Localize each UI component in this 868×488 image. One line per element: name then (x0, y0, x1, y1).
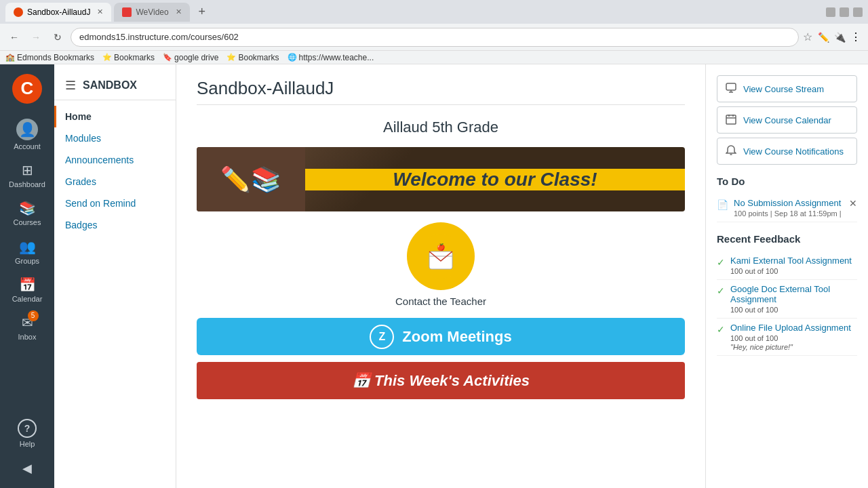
left-sidebar: C 👤 Account ⊞ Dashboard 📚 Courses 👥 Grou… (0, 64, 54, 488)
online-file-feedback-title[interactable]: Online File Upload Assignment (730, 323, 857, 333)
todo-item-points: 100 points | Sep 18 at 11:59pm | (734, 209, 844, 218)
sidebar-item-dashboard[interactable]: ⊞ Dashboard (0, 157, 54, 195)
sidebar-item-account[interactable]: 👤 Account (0, 113, 54, 157)
bookmark-gdrive[interactable]: 🔖 google drive (163, 53, 218, 62)
google-doc-feedback-content: Google Doc External Tool Assignment 100 … (730, 284, 857, 314)
feedback-section: Recent Feedback ✓ Kami External Tool Ass… (717, 233, 857, 356)
app-layout: C 👤 Account ⊞ Dashboard 📚 Courses 👥 Grou… (0, 64, 868, 488)
bookmark-bookmarks1-label: Bookmarks (114, 53, 155, 62)
feedback-heading: Recent Feedback (717, 233, 857, 245)
banner-text: Welcome to our Class! (393, 169, 597, 190)
browser-toolbar: ← → ↻ edmonds15.instructure.com/courses/… (0, 24, 868, 51)
reload-button[interactable]: ↻ (49, 28, 66, 46)
zoom-label: Zoom Meetings (402, 328, 511, 346)
view-course-stream-button[interactable]: View Course Stream (717, 75, 857, 102)
account-avatar: 👤 (16, 119, 38, 140)
tab-favicon-wevideo (122, 7, 132, 17)
sandbox-title: SANDBOX (83, 79, 137, 92)
main-content: ☰ SANDBOX Home Modules Announcements Gra… (54, 64, 868, 488)
tab-wevideo[interactable]: WeVideo ✕ (114, 3, 189, 22)
feedback-item-online-file: ✓ Online File Upload Assignment 100 out … (717, 319, 857, 356)
forward-button[interactable]: → (27, 28, 45, 46)
zoom-banner[interactable]: Z Zoom Meetings (197, 318, 685, 355)
course-title: Sandbox-AillaudJ (197, 78, 685, 99)
tab-sandbox[interactable]: Sandbox-AillaudJ ✕ (5, 3, 111, 22)
teacher-icon: 🌐 (288, 53, 297, 62)
close-button[interactable] (853, 7, 863, 17)
todo-item-icon: 📄 (717, 199, 728, 210)
sidebar-item-groups[interactable]: 👥 Groups (0, 233, 54, 271)
bookmark-bookmarks1[interactable]: ⭐ Bookmarks (102, 53, 155, 62)
bookmark-bookmarks2[interactable]: ⭐ Bookmarks (226, 53, 279, 62)
tab-close-sandbox[interactable]: ✕ (97, 7, 103, 16)
course-subtitle: Aillaud 5th Grade (197, 119, 685, 136)
maximize-button[interactable] (840, 7, 849, 17)
online-file-feedback-comment: "Hey, nice picture!" (730, 343, 857, 351)
nav-item-modules[interactable]: Modules (54, 127, 176, 149)
todo-section: To Do 📄 No Submission Assignment 100 poi… (717, 176, 857, 222)
view-course-calendar-button[interactable]: View Course Calendar (717, 106, 857, 134)
bookmark-teacher[interactable]: 🌐 https://www.teache... (288, 53, 374, 62)
calendar-icon: 📅 (19, 277, 36, 293)
account-label: Account (14, 142, 41, 151)
help-icon: ? (18, 419, 37, 438)
contact-icon-wrap: 🍎 (407, 222, 475, 290)
google-doc-feedback-title[interactable]: Google Doc External Tool Assignment (730, 284, 857, 304)
minimize-button[interactable] (826, 7, 835, 17)
nav-item-home[interactable]: Home (54, 106, 176, 127)
kami-feedback-score: 100 out of 100 (730, 267, 857, 275)
todo-item-no-submission: 📄 No Submission Assignment 100 points | … (717, 194, 857, 222)
sidebar-collapse-button[interactable]: ◀ (0, 454, 54, 483)
zoom-logo-icon: Z (370, 325, 394, 349)
todo-item-title[interactable]: No Submission Assignment (734, 198, 844, 208)
extension-icons: ✏️ 🔌 ⋮ (816, 30, 863, 44)
contact-label: Contact the Teacher (395, 296, 486, 307)
ext-icon-2[interactable]: 🔌 (833, 30, 846, 44)
sidebar-item-help[interactable]: ? Help (0, 413, 54, 454)
kami-feedback-title[interactable]: Kami External Tool Assignment (730, 256, 857, 266)
online-file-feedback-content: Online File Upload Assignment 100 out of… (730, 323, 857, 351)
sidebar-item-courses[interactable]: 📚 Courses (0, 195, 54, 232)
hamburger-menu[interactable]: ☰ (65, 78, 76, 93)
nav-item-send-on-remind[interactable]: Send on Remind (54, 192, 176, 214)
menu-button[interactable]: ⋮ (849, 30, 863, 44)
bookmarks-bar: 🏫 Edmonds Bookmarks ⭐ Bookmarks 🔖 google… (0, 51, 868, 64)
sidebar-item-inbox[interactable]: ✉ 5 Inbox (0, 309, 54, 347)
pencil-books-icon: ✏️📚 (220, 165, 281, 194)
bookmark-edmonds-label: Edmonds Bookmarks (17, 53, 94, 62)
contact-teacher-section[interactable]: 🍎 Contact the Teacher (197, 222, 685, 307)
bookmark-edmonds[interactable]: 🏫 Edmonds Bookmarks (5, 53, 94, 62)
nav-item-badges[interactable]: Badges (54, 214, 176, 236)
new-tab-button[interactable]: + (193, 3, 212, 22)
canvas-logo[interactable]: C (8, 70, 46, 108)
edmonds-icon: 🏫 (5, 53, 15, 62)
course-nav: ☰ SANDBOX Home Modules Announcements Gra… (54, 64, 176, 488)
back-button[interactable]: ← (5, 28, 23, 46)
bookmark-star[interactable]: ☆ (803, 30, 812, 43)
inbox-label: Inbox (18, 333, 37, 342)
ext-icon-1[interactable]: ✏️ (816, 30, 830, 44)
view-course-notifications-button[interactable]: View Course Notifications (717, 138, 857, 165)
inbox-badge: 5 (28, 310, 39, 321)
tab-favicon-sandbox (14, 7, 23, 17)
calendar-btn-icon (726, 114, 736, 127)
activities-text: 📅 This Week's Activities (352, 372, 530, 390)
address-bar[interactable]: edmonds15.instructure.com/courses/602 (71, 28, 799, 47)
nav-item-announcements[interactable]: Announcements (54, 149, 176, 171)
sidebar-item-calendar[interactable]: 📅 Calendar (0, 271, 54, 309)
view-course-calendar-label: View Course Calendar (743, 115, 831, 125)
right-sidebar: View Course Stream View Course Calendar … (705, 64, 868, 488)
dashboard-icon: ⊞ (22, 162, 33, 178)
courses-icon: 📚 (19, 200, 36, 216)
collapse-icon: ◀ (22, 461, 32, 476)
activities-banner[interactable]: 📅 This Week's Activities (197, 362, 685, 399)
banner-image: ✏️📚 (197, 147, 305, 211)
nav-item-grades[interactable]: Grades (54, 171, 176, 192)
todo-delete-button[interactable]: ✕ (849, 198, 857, 209)
check-icon-google-doc: ✓ (717, 285, 725, 296)
bookmark2-icon: ⭐ (226, 53, 236, 62)
tab-close-wevideo[interactable]: ✕ (176, 7, 182, 16)
bookmark-teacher-label: https://www.teache... (299, 53, 374, 62)
check-icon-kami: ✓ (717, 257, 725, 268)
kami-feedback-content: Kami External Tool Assignment 100 out of… (730, 256, 857, 275)
